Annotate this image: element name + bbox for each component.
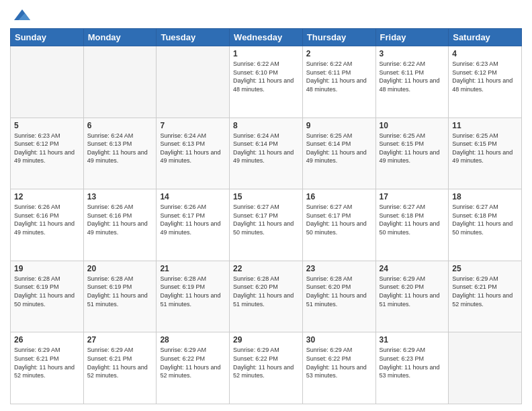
day-info: Sunrise: 6:28 AM Sunset: 6:20 PM Dayligh… [306, 275, 372, 308]
header [10, 7, 522, 23]
header-sunday: Sunday [11, 29, 84, 46]
calendar-cell: 12Sunrise: 6:26 AM Sunset: 6:16 PM Dayli… [11, 189, 84, 261]
day-number: 27 [87, 335, 153, 345]
day-info: Sunrise: 6:29 AM Sunset: 6:23 PM Dayligh… [380, 346, 445, 379]
day-number: 31 [380, 335, 445, 345]
calendar-cell: 10Sunrise: 6:25 AM Sunset: 6:15 PM Dayli… [375, 118, 449, 189]
calendar-cell: 25Sunrise: 6:29 AM Sunset: 6:21 PM Dayli… [449, 261, 522, 332]
calendar-cell: 7Sunrise: 6:24 AM Sunset: 6:13 PM Daylig… [157, 118, 230, 189]
day-info: Sunrise: 6:29 AM Sunset: 6:21 PM Dayligh… [14, 346, 80, 379]
calendar-cell: 24Sunrise: 6:29 AM Sunset: 6:20 PM Dayli… [375, 261, 449, 332]
calendar-cell: 4Sunrise: 6:23 AM Sunset: 6:12 PM Daylig… [449, 46, 522, 118]
day-number: 21 [160, 264, 226, 273]
day-number: 22 [233, 264, 299, 273]
header-thursday: Thursday [302, 29, 375, 46]
calendar-cell [11, 46, 84, 118]
page: Sunday Monday Tuesday Wednesday Thursday… [0, 0, 532, 411]
day-info: Sunrise: 6:27 AM Sunset: 6:18 PM Dayligh… [452, 203, 518, 236]
day-info: Sunrise: 6:27 AM Sunset: 6:17 PM Dayligh… [306, 203, 372, 236]
header-wednesday: Wednesday [230, 29, 303, 46]
header-monday: Monday [83, 29, 157, 46]
calendar-cell: 9Sunrise: 6:25 AM Sunset: 6:14 PM Daylig… [302, 118, 375, 189]
calendar-cell: 30Sunrise: 6:29 AM Sunset: 6:22 PM Dayli… [302, 332, 375, 404]
day-number: 18 [452, 192, 518, 201]
day-info: Sunrise: 6:27 AM Sunset: 6:17 PM Dayligh… [233, 203, 299, 236]
day-number: 5 [14, 121, 80, 130]
day-info: Sunrise: 6:26 AM Sunset: 6:16 PM Dayligh… [14, 203, 80, 236]
day-number: 25 [452, 264, 518, 273]
calendar-cell: 29Sunrise: 6:29 AM Sunset: 6:22 PM Dayli… [230, 332, 303, 404]
day-info: Sunrise: 6:28 AM Sunset: 6:19 PM Dayligh… [87, 275, 153, 308]
calendar-cell: 22Sunrise: 6:28 AM Sunset: 6:20 PM Dayli… [230, 261, 303, 332]
day-number: 1 [233, 49, 299, 58]
day-info: Sunrise: 6:29 AM Sunset: 6:21 PM Dayligh… [87, 346, 153, 379]
calendar-week-row: 12Sunrise: 6:26 AM Sunset: 6:16 PM Dayli… [11, 189, 522, 261]
day-info: Sunrise: 6:27 AM Sunset: 6:18 PM Dayligh… [380, 203, 445, 236]
logo-icon [14, 7, 30, 23]
day-number: 15 [233, 192, 299, 201]
day-number: 20 [87, 264, 153, 273]
calendar-cell: 18Sunrise: 6:27 AM Sunset: 6:18 PM Dayli… [449, 189, 522, 261]
header-tuesday: Tuesday [157, 29, 230, 46]
day-info: Sunrise: 6:23 AM Sunset: 6:12 PM Dayligh… [452, 60, 518, 93]
day-number: 16 [306, 192, 372, 201]
calendar-cell: 27Sunrise: 6:29 AM Sunset: 6:21 PM Dayli… [83, 332, 157, 404]
day-number: 12 [14, 192, 80, 201]
calendar-cell: 26Sunrise: 6:29 AM Sunset: 6:21 PM Dayli… [11, 332, 84, 404]
day-number: 14 [160, 192, 226, 201]
day-info: Sunrise: 6:28 AM Sunset: 6:20 PM Dayligh… [233, 275, 299, 308]
day-info: Sunrise: 6:29 AM Sunset: 6:22 PM Dayligh… [233, 346, 299, 379]
calendar-cell [449, 332, 522, 404]
day-number: 13 [87, 192, 153, 201]
calendar-cell: 5Sunrise: 6:23 AM Sunset: 6:12 PM Daylig… [11, 118, 84, 189]
calendar-cell: 28Sunrise: 6:29 AM Sunset: 6:22 PM Dayli… [157, 332, 230, 404]
day-number: 17 [380, 192, 445, 201]
calendar-cell: 20Sunrise: 6:28 AM Sunset: 6:19 PM Dayli… [83, 261, 157, 332]
day-info: Sunrise: 6:26 AM Sunset: 6:16 PM Dayligh… [87, 203, 153, 236]
logo [10, 7, 30, 23]
day-info: Sunrise: 6:24 AM Sunset: 6:14 PM Dayligh… [233, 132, 299, 165]
calendar-week-row: 5Sunrise: 6:23 AM Sunset: 6:12 PM Daylig… [11, 118, 522, 189]
calendar-cell: 6Sunrise: 6:24 AM Sunset: 6:13 PM Daylig… [83, 118, 157, 189]
calendar-cell: 3Sunrise: 6:22 AM Sunset: 6:11 PM Daylig… [375, 46, 449, 118]
day-info: Sunrise: 6:25 AM Sunset: 6:15 PM Dayligh… [380, 132, 445, 165]
calendar-cell: 14Sunrise: 6:26 AM Sunset: 6:17 PM Dayli… [157, 189, 230, 261]
header-friday: Friday [375, 29, 449, 46]
weekday-header-row: Sunday Monday Tuesday Wednesday Thursday… [11, 29, 522, 46]
day-number: 2 [306, 49, 372, 58]
day-info: Sunrise: 6:28 AM Sunset: 6:19 PM Dayligh… [160, 275, 226, 308]
day-info: Sunrise: 6:24 AM Sunset: 6:13 PM Dayligh… [87, 132, 153, 165]
day-info: Sunrise: 6:29 AM Sunset: 6:22 PM Dayligh… [160, 346, 226, 379]
calendar-cell: 8Sunrise: 6:24 AM Sunset: 6:14 PM Daylig… [230, 118, 303, 189]
day-info: Sunrise: 6:29 AM Sunset: 6:20 PM Dayligh… [380, 275, 445, 308]
day-info: Sunrise: 6:22 AM Sunset: 6:11 PM Dayligh… [380, 60, 445, 93]
calendar-week-row: 1Sunrise: 6:22 AM Sunset: 6:10 PM Daylig… [11, 46, 522, 118]
day-info: Sunrise: 6:25 AM Sunset: 6:14 PM Dayligh… [306, 132, 372, 165]
day-number: 26 [14, 335, 80, 345]
calendar-week-row: 19Sunrise: 6:28 AM Sunset: 6:19 PM Dayli… [11, 261, 522, 332]
day-number: 23 [306, 264, 372, 273]
calendar-cell: 1Sunrise: 6:22 AM Sunset: 6:10 PM Daylig… [230, 46, 303, 118]
day-info: Sunrise: 6:24 AM Sunset: 6:13 PM Dayligh… [160, 132, 226, 165]
header-saturday: Saturday [449, 29, 522, 46]
calendar-cell: 2Sunrise: 6:22 AM Sunset: 6:11 PM Daylig… [302, 46, 375, 118]
day-number: 6 [87, 121, 153, 130]
calendar-cell: 19Sunrise: 6:28 AM Sunset: 6:19 PM Dayli… [11, 261, 84, 332]
day-number: 7 [160, 121, 226, 130]
day-info: Sunrise: 6:29 AM Sunset: 6:21 PM Dayligh… [452, 275, 518, 308]
day-number: 10 [380, 121, 445, 130]
calendar-cell: 11Sunrise: 6:25 AM Sunset: 6:15 PM Dayli… [449, 118, 522, 189]
calendar-cell: 17Sunrise: 6:27 AM Sunset: 6:18 PM Dayli… [375, 189, 449, 261]
day-number: 4 [452, 49, 518, 58]
day-info: Sunrise: 6:23 AM Sunset: 6:12 PM Dayligh… [14, 132, 80, 165]
calendar-cell: 31Sunrise: 6:29 AM Sunset: 6:23 PM Dayli… [375, 332, 449, 404]
calendar-week-row: 26Sunrise: 6:29 AM Sunset: 6:21 PM Dayli… [11, 332, 522, 404]
day-info: Sunrise: 6:22 AM Sunset: 6:10 PM Dayligh… [233, 60, 299, 93]
day-number: 19 [14, 264, 80, 273]
day-info: Sunrise: 6:26 AM Sunset: 6:17 PM Dayligh… [160, 203, 226, 236]
day-number: 28 [160, 335, 226, 345]
day-number: 11 [452, 121, 518, 130]
day-info: Sunrise: 6:25 AM Sunset: 6:15 PM Dayligh… [452, 132, 518, 165]
day-number: 24 [380, 264, 445, 273]
calendar-cell [83, 46, 157, 118]
